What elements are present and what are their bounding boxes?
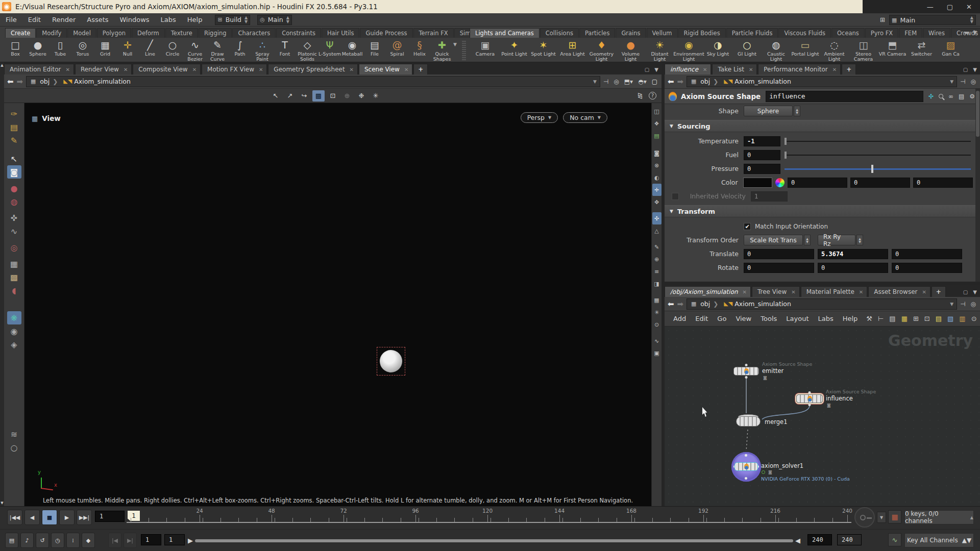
shelf-tab-particles[interactable]: Particles [579,28,615,38]
note-tool-icon[interactable]: ▤ [7,120,21,134]
node-axiom-solver1[interactable] [734,462,758,471]
back-icon[interactable]: ⬅ [668,77,674,86]
shelf-tool-path[interactable]: ∫Path [229,39,251,57]
key-options-icon[interactable]: ▼ [877,512,886,523]
prev-key-button[interactable]: |◀ [108,533,121,548]
edit-view-icon[interactable]: ✎ [652,241,662,253]
node-name-field[interactable]: influence [766,91,923,102]
close-icon[interactable]: ✕ [404,67,408,72]
shelf-tool-switcher[interactable]: ⇄Switcher [907,39,936,57]
pane-maximize-icon[interactable]: ▢ [963,67,968,72]
shelf-tool-circle[interactable]: ○Circle [161,39,184,57]
shelf-tab-vellum[interactable]: Vellum [647,28,678,38]
translate-y-field[interactable]: 5.3674 [818,249,888,259]
pin-icon[interactable]: ⊣ [603,78,608,85]
close-icon[interactable]: ✕ [832,67,837,72]
range-end2-field[interactable]: 240 [837,534,862,545]
go-to-end-button[interactable]: ▶▶| [77,510,92,525]
loop-mode-icon[interactable]: ↺ [36,533,49,548]
shelf-tool-environment-light[interactable]: ◉Environment Light [674,39,703,62]
main-take-selector[interactable]: ◎ Main ▲▼ [257,15,292,25]
range-left-handle[interactable]: ▶ [188,537,193,544]
box-view-icon[interactable]: ▣ [652,347,662,359]
pane-tab-influence[interactable]: influence✕ [665,64,711,74]
close-icon[interactable]: ✕ [743,289,747,295]
shade-icon[interactable]: ◐ [652,171,662,184]
tri-view-icon[interactable]: △ [652,224,662,237]
transform-order-dropdown[interactable]: Scale Rot Trans [744,235,803,245]
pane-tab--obj-axiom-simulation[interactable]: /obj/Axiom_simulation✕ [665,286,751,297]
menu-file[interactable]: File [0,16,22,23]
new-tab-button[interactable]: + [932,286,946,297]
pane-tab-geometry-spreadsheet[interactable]: Geometry Spreadsheet✕ [268,64,358,74]
display-icon[interactable]: ⊡ [924,315,930,322]
shelf-tab-viscous-fluids[interactable]: Viscous Fluids [778,28,831,38]
shelf-tab-model[interactable]: Model [67,28,96,38]
close-icon[interactable]: ✕ [66,67,70,72]
shelf-tool-tube[interactable]: ▯Tube [49,39,71,57]
dot-view-icon[interactable]: ⊙ [652,318,662,331]
color-b-field[interactable]: 0 [913,178,973,188]
presets-icon[interactable]: ▤ [959,93,964,100]
update-icon[interactable]: ⊙ [971,315,977,322]
shelf-tab-fem[interactable]: FEM [899,28,922,38]
shelf-tab-terrain-fx[interactable]: Terrain FX [413,28,454,38]
shelf-tool-line[interactable]: ╱Line [139,39,161,57]
minimize-button[interactable]: — [927,3,934,11]
node-merge1-name[interactable]: merge1 [765,418,788,425]
display-flag-icon[interactable] [762,470,765,474]
shelf-tab-lights-and-cameras[interactable]: Lights and Cameras [470,28,540,38]
menu-labs[interactable]: Labs [155,16,182,23]
star-view-icon[interactable]: ✣ [652,212,662,224]
shelf-tool-gan-ca[interactable]: ▨Gan Ca [936,39,965,57]
view-options-icon[interactable]: ◫ [652,105,662,117]
paint-tool-icon[interactable]: ✑ [7,107,21,120]
play-button[interactable]: ▶ [59,510,75,525]
pane-menu-icon[interactable]: ▼ [973,289,977,295]
shelf-overflow-icon[interactable]: ▼ [453,42,457,47]
close-icon[interactable]: ✕ [749,67,753,72]
pane-menu-icon[interactable]: ▼ [654,67,658,72]
grid-view-icon[interactable]: ▦ [652,294,662,306]
range-start-field[interactable]: 1 [141,534,161,545]
network-menu-view[interactable]: View [731,315,756,322]
fuel-field[interactable]: 0 [744,150,780,160]
keyframe-display-icon[interactable]: ◆ [82,533,95,548]
half-sphere-icon[interactable]: ◖ [7,284,21,297]
shelf-tool-file[interactable]: ▤File [363,39,386,57]
shelf-tab-modify[interactable]: Modify [36,28,67,38]
color-swatch[interactable] [743,178,772,188]
shelf-tool-spot-light[interactable]: ✶Spot Light [529,39,558,57]
pin-icon[interactable]: ⊣ [960,78,965,85]
lock-icon[interactable]: ◙ [7,165,21,179]
network-menu-labs[interactable]: Labs [813,315,838,322]
wave-view-icon[interactable]: ∿ [652,335,662,347]
pane-tab-performance-monitor[interactable]: Performance Monitor✕ [758,64,841,74]
audio-icon[interactable]: ♪ [20,533,34,548]
menu-edit[interactable]: Edit [22,16,46,23]
ball-icon[interactable]: ○ [7,441,21,454]
shelf-tab-guide-process[interactable]: Guide Process [360,28,412,38]
pane-maximize-icon[interactable]: ▢ [645,67,649,72]
frame-ruler[interactable]: 1 24487296120144168192216240 [127,508,851,527]
pane-tab-scene-view[interactable]: Scene View✕ [359,64,412,74]
chevron-down-icon[interactable]: ▼ [950,302,957,307]
forward-icon[interactable]: ➡ [17,77,23,86]
shelf-tool-vr-camera[interactable]: ⬒VR Camera [878,39,907,57]
archive-icon[interactable]: ▥ [959,315,965,322]
shelf-tool-stereo-camera[interactable]: ◫Stereo Camera [849,39,878,62]
move-view-icon[interactable]: ✥ [652,196,662,208]
pane-tab-take-list[interactable]: Take List✕ [712,64,757,74]
forward-icon[interactable]: ➡ [677,77,684,86]
new-tab-button[interactable]: + [842,64,856,74]
network-menu-go[interactable]: Go [713,315,731,322]
playhead[interactable]: 1 [128,511,140,521]
playbar-options-icon[interactable]: ▤ [5,533,18,548]
node-influence-name[interactable]: influence [826,395,853,402]
chevron-down-icon[interactable]: ▼ [593,79,600,84]
scoped-channels-icon[interactable]: ∿ [888,533,901,546]
radial-menu-icon[interactable]: ◎ [614,78,619,85]
frame-increment-icon[interactable]: ⁞ [66,533,80,548]
close-button[interactable]: ✕ [966,3,972,11]
sourcing-section-header[interactable]: ▼ Sourcing [665,120,980,132]
